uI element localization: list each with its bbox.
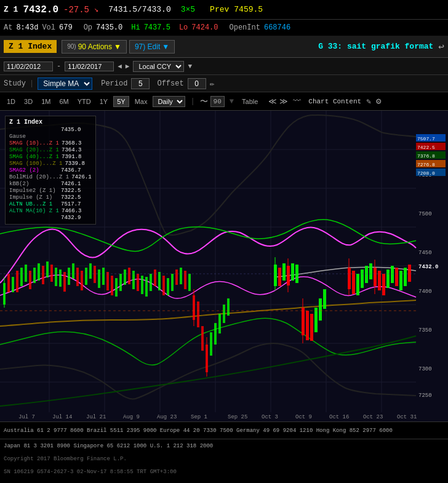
bid-ask: 7431.5/7433.0 xyxy=(108,5,170,14)
chart-edit-icon[interactable]: ✎ xyxy=(366,97,371,106)
tf-6m-button[interactable]: 6M xyxy=(56,97,71,106)
from-date-input[interactable] xyxy=(4,62,53,71)
table-button[interactable]: Table xyxy=(239,97,261,106)
legend-item-smag10: SMAG (10)...Z 1 7368.3 xyxy=(9,140,92,146)
svg-text:Oct 9: Oct 9 xyxy=(295,414,312,420)
tf-next-icon[interactable]: ≫ xyxy=(279,97,288,106)
svg-rect-17 xyxy=(7,274,10,292)
edit-dropdown-icon: ▼ xyxy=(162,42,169,51)
legend-key: ALTN MA(10) Z 1 xyxy=(9,208,59,214)
waves-icon[interactable]: 〰 xyxy=(293,97,301,106)
at-time: 8:43d xyxy=(16,23,38,32)
timeframe-bar: 1D 3D 1M 6M YTD 1Y 5Y Max Daily | 〜 90 ▼… xyxy=(0,92,448,111)
country-info-bar2: Japan 81 3 3201 8900 Singapore 65 6212 1… xyxy=(0,439,448,452)
svg-text:7208.0: 7208.0 xyxy=(417,170,435,176)
svg-rect-70 xyxy=(227,298,230,316)
offset-input[interactable] xyxy=(188,78,206,89)
price-change: -27.5 xyxy=(63,5,89,15)
daily-dropdown[interactable]: Daily xyxy=(153,96,185,107)
svg-rect-74 xyxy=(282,263,286,281)
svg-text:Jul 14: Jul 14 xyxy=(52,414,72,420)
svg-rect-53 xyxy=(162,276,165,295)
country-info-text: Australia 61 2 9777 8600 Brazil 5511 239… xyxy=(4,428,393,434)
locale-dropdown-icon[interactable]: ▼ xyxy=(188,63,192,70)
svg-rect-90 xyxy=(361,269,364,288)
lo-value: 7424.0 xyxy=(191,23,218,32)
svg-rect-83 xyxy=(314,308,318,332)
tf-max-button[interactable]: Max xyxy=(132,97,151,106)
op-value: 7435.0 xyxy=(96,23,122,32)
legend-key: ALTN UB...Z 1 xyxy=(9,201,58,207)
svg-rect-42 xyxy=(115,278,118,297)
actions-dropdown-icon: ▼ xyxy=(114,42,121,51)
legend-key: Impulse (Z 1) xyxy=(9,194,58,201)
svg-text:7500: 7500 xyxy=(418,211,432,217)
undo-icon[interactable]: ↩ xyxy=(438,41,444,53)
legend-key: kBB(2) xyxy=(9,181,58,187)
tf-separator-2: ▼ xyxy=(230,97,234,106)
svg-text:Oct 23: Oct 23 xyxy=(363,414,383,420)
tf-separator-1: | xyxy=(190,97,194,106)
svg-text:Sep 1: Sep 1 xyxy=(191,414,207,420)
legend-key: SMAG (40)...Z 1 xyxy=(9,154,59,160)
svg-rect-67 xyxy=(214,323,217,345)
tf-5y-button[interactable]: 5Y xyxy=(113,96,129,107)
legend-val: 7322.5 xyxy=(61,188,81,194)
svg-rect-24 xyxy=(38,263,40,281)
svg-rect-27 xyxy=(50,265,53,282)
linechart-icon[interactable]: 〜 xyxy=(200,96,208,107)
svg-text:7276.8: 7276.8 xyxy=(417,162,435,167)
tf-ytd-button[interactable]: YTD xyxy=(74,97,94,106)
oi-label: OpenInt xyxy=(230,23,260,32)
legend-key: SMAG (100)...Z 1 xyxy=(9,161,62,167)
legend-item-smag40: SMAG (40)...Z 1 7391.8 xyxy=(9,154,92,160)
svg-rect-48 xyxy=(141,276,143,294)
svg-rect-73 xyxy=(278,268,281,286)
locale-select[interactable]: Local CCY xyxy=(133,61,184,72)
legend-item-altnma: ALTN MA(10) Z 1 7466.3 xyxy=(9,208,92,214)
pencil-icon[interactable]: ✏ xyxy=(210,79,215,89)
svg-text:Jul 7: Jul 7 xyxy=(18,414,35,420)
svg-text:Jul 21: Jul 21 xyxy=(86,414,106,420)
copyright-bar: Copyright 2017 Bloomberg Finance L.P. xyxy=(0,452,448,466)
date-dash: - xyxy=(57,62,61,71)
tf-1y-button[interactable]: 1Y xyxy=(97,97,111,106)
study-dropdown[interactable]: Simple MA xyxy=(38,78,92,90)
svg-text:7400: 7400 xyxy=(418,289,432,295)
tf-prev-icon[interactable]: ≪ xyxy=(268,97,277,106)
tf-1d-button[interactable]: 1D xyxy=(4,97,18,106)
svg-rect-68 xyxy=(218,314,221,333)
svg-text:7450: 7450 xyxy=(418,250,432,256)
svg-text:7432.0: 7432.0 xyxy=(418,264,438,270)
svg-rect-31 xyxy=(68,268,70,285)
svg-rect-102 xyxy=(408,265,411,282)
info-bar: At 8:43d Vol 679 Op 7435.0 Hi 7437.5 Lo … xyxy=(0,20,448,36)
toolbar-bar: Z 1 Index 90) 90 Actions ▼ 97) Edit ▼ G … xyxy=(0,36,448,58)
svg-rect-51 xyxy=(154,269,156,286)
svg-text:Oct 16: Oct 16 xyxy=(329,414,349,420)
period-input[interactable] xyxy=(131,78,150,89)
actions-button[interactable]: 90) 90 Actions ▼ xyxy=(62,40,127,54)
legend-item-smag100: SMAG (100)...Z 1 7339.8 xyxy=(9,161,92,167)
gear-icon[interactable]: ⚙ xyxy=(376,96,381,106)
vol-label: Vol xyxy=(42,23,55,32)
tf-3d-button[interactable]: 3D xyxy=(21,97,36,106)
date-prev-icon[interactable]: ◀ xyxy=(118,62,122,70)
to-date-input[interactable] xyxy=(65,62,114,71)
legend-key xyxy=(9,127,58,133)
chart-content-button[interactable]: Chart Content xyxy=(308,98,361,105)
legend-val: 7391.8 xyxy=(62,154,81,160)
edit-button[interactable]: 97) Edit ▼ xyxy=(129,40,175,54)
candles-icon[interactable]: 90 xyxy=(210,96,225,107)
tf-1m-button[interactable]: 1M xyxy=(38,97,54,106)
svg-text:7376.8: 7376.8 xyxy=(417,153,435,159)
svg-rect-26 xyxy=(46,261,49,277)
trade-size: 3×5 xyxy=(181,5,195,14)
last-price: 7432.0 xyxy=(23,4,58,15)
svg-rect-89 xyxy=(356,274,359,295)
ticker-bar: Z 1 7432.0 -27.5 ↘ 7431.5/7433.0 3×5 Pre… xyxy=(0,0,448,20)
contract-symbol: Z 1 xyxy=(4,5,18,14)
date-next-icon[interactable]: ▶ xyxy=(126,62,130,70)
g-label: G 33: sait grafik format xyxy=(318,42,433,51)
svg-rect-44 xyxy=(124,269,126,285)
